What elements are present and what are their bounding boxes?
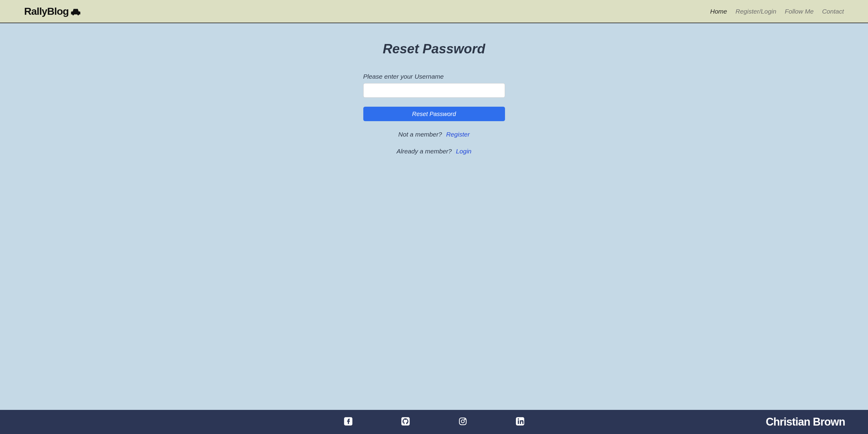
svg-point-0 xyxy=(72,13,74,16)
social-links xyxy=(344,417,525,427)
reset-password-card: Reset Password Please enter your Usernam… xyxy=(363,41,505,410)
page-title: Reset Password xyxy=(363,41,505,56)
reset-password-button[interactable]: Reset Password xyxy=(363,107,505,121)
header: RallyBlog Home Register/Login Follow Me … xyxy=(0,0,868,23)
footer: Christian Brown xyxy=(0,410,868,434)
username-label: Please enter your Username xyxy=(363,73,505,80)
footer-author: Christian Brown xyxy=(766,415,845,428)
logo-text: RallyBlog xyxy=(24,5,69,17)
logo[interactable]: RallyBlog xyxy=(24,5,81,17)
nav-register-login[interactable]: Register/Login xyxy=(736,8,776,15)
nav-home[interactable]: Home xyxy=(710,8,727,15)
login-link[interactable]: Login xyxy=(456,148,471,155)
username-input[interactable] xyxy=(363,83,505,98)
not-member-text: Not a member? xyxy=(398,131,442,138)
already-member-text: Already a member? xyxy=(397,148,452,155)
linkedin-icon[interactable] xyxy=(516,417,525,427)
nav: Home Register/Login Follow Me Contact xyxy=(710,8,844,15)
nav-follow-me[interactable]: Follow Me xyxy=(785,8,814,15)
svg-point-5 xyxy=(461,420,464,423)
svg-point-6 xyxy=(464,419,465,420)
car-icon xyxy=(70,7,81,16)
github-icon[interactable] xyxy=(401,417,410,427)
register-link[interactable]: Register xyxy=(446,131,470,138)
already-member-row: Already a member? Login xyxy=(363,148,505,155)
not-member-row: Not a member? Register xyxy=(363,131,505,138)
instagram-icon[interactable] xyxy=(458,417,467,427)
facebook-icon[interactable] xyxy=(344,417,353,427)
svg-point-1 xyxy=(77,13,79,16)
main: Reset Password Please enter your Usernam… xyxy=(0,23,868,410)
nav-contact[interactable]: Contact xyxy=(822,8,844,15)
